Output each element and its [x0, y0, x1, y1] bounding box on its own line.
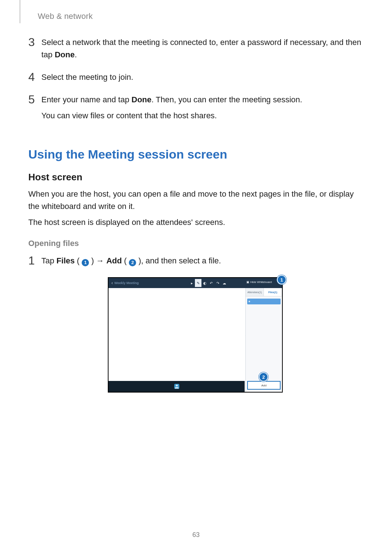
back-icon[interactable]: ‹ — [111, 280, 113, 286]
heading-opening-files: Opening files — [28, 239, 362, 248]
text: ) → — [89, 256, 106, 265]
step-text: Tap Files ( 1 ) → Add ( 2 ), and then se… — [41, 255, 362, 267]
callout-2: 2 — [259, 372, 268, 382]
hide-whiteboard-button[interactable]: ▣ Hide Whiteboard — [246, 280, 272, 284]
whiteboard-area[interactable] — [109, 288, 245, 381]
bold: Done — [131, 95, 151, 104]
tab-files[interactable]: Files(1) — [264, 288, 282, 296]
file-close-icon[interactable] — [249, 301, 250, 302]
step-text: Enter your name and tap Done. Then, you … — [41, 94, 362, 122]
step-5: 5 Enter your name and tap Done. Then, yo… — [28, 94, 362, 122]
file-chip[interactable] — [247, 299, 281, 304]
paragraph: The host screen is displayed on the atte… — [28, 216, 362, 229]
step-4: 4 Select the meeting to join. — [28, 71, 362, 83]
bold: Files — [57, 256, 75, 265]
opening-step-1: 1 Tap Files ( 1 ) → Add ( 2 ), and then … — [28, 255, 362, 267]
callout-inline-2: 2 — [129, 259, 136, 266]
text: ), and then select a file. — [136, 256, 221, 265]
add-file-button[interactable]: Add — [247, 381, 281, 390]
tab-attendees[interactable]: Attendees(1) — [246, 288, 264, 296]
screenshot-meeting-host: ‹ Weekly Meeting ▸ ✎ ◐ ↶ ↷ ☁ ▣ Hide Whit… — [108, 277, 283, 393]
callout-1: 1 — [277, 275, 286, 284]
text: . Then, you can enter the meeting sessio… — [151, 95, 302, 104]
paragraph: When you are the host, you can open a fi… — [28, 188, 362, 213]
tool-pen-icon[interactable]: ✎ — [195, 279, 201, 287]
text: . — [75, 50, 77, 59]
tool-redo-icon[interactable]: ↷ — [215, 279, 221, 287]
screenshot-topbar: ‹ Weekly Meeting ▸ ✎ ◐ ↶ ↷ ☁ ▣ Hide Whit… — [109, 278, 282, 288]
corner-rule — [20, 0, 20, 23]
text: ( — [75, 256, 82, 265]
heading-host-screen: Host screen — [28, 172, 362, 183]
tool-pointer-icon[interactable]: ▸ — [188, 279, 195, 287]
tool-undo-icon[interactable]: ↶ — [208, 279, 215, 287]
step-number: 3 — [28, 36, 39, 49]
attendee-avatar-icon[interactable] — [174, 384, 179, 389]
text: Select the meeting to join. — [41, 73, 133, 82]
step-number: 1 — [28, 254, 39, 267]
step-3: 3 Select a network that the meeting is c… — [28, 36, 362, 61]
step-text: Select the meeting to join. — [41, 71, 362, 83]
step-number: 4 — [28, 70, 39, 83]
callout-inline-1: 1 — [82, 259, 89, 266]
breadcrumb: Web & network — [38, 12, 93, 21]
text: Tap — [41, 256, 57, 265]
meeting-title: Weekly Meeting — [114, 281, 139, 285]
step-text: Select a network that the meeting is con… — [41, 36, 362, 61]
tool-eraser-icon[interactable]: ◐ — [201, 279, 208, 287]
hide-whiteboard-label: Hide Whiteboard — [250, 280, 272, 284]
text: Select a network that the meeting is con… — [41, 38, 361, 59]
tool-share-icon[interactable]: ☁ — [221, 279, 228, 287]
page-number: 63 — [0, 531, 392, 539]
side-tabs: Attendees(1) Files(1) — [246, 288, 282, 296]
toolbar: ▸ ✎ ◐ ↶ ↷ ☁ — [188, 279, 228, 287]
text: ( — [122, 256, 129, 265]
heading-using-meeting-session: Using the Meeting session screen — [28, 147, 362, 161]
bold: Add — [106, 256, 122, 265]
step-number: 5 — [28, 93, 39, 106]
text: You can view files or content that the h… — [41, 110, 362, 122]
text: Enter your name and tap — [41, 95, 131, 104]
bold: Done — [55, 50, 75, 59]
screenshot-bottombar — [109, 381, 245, 392]
